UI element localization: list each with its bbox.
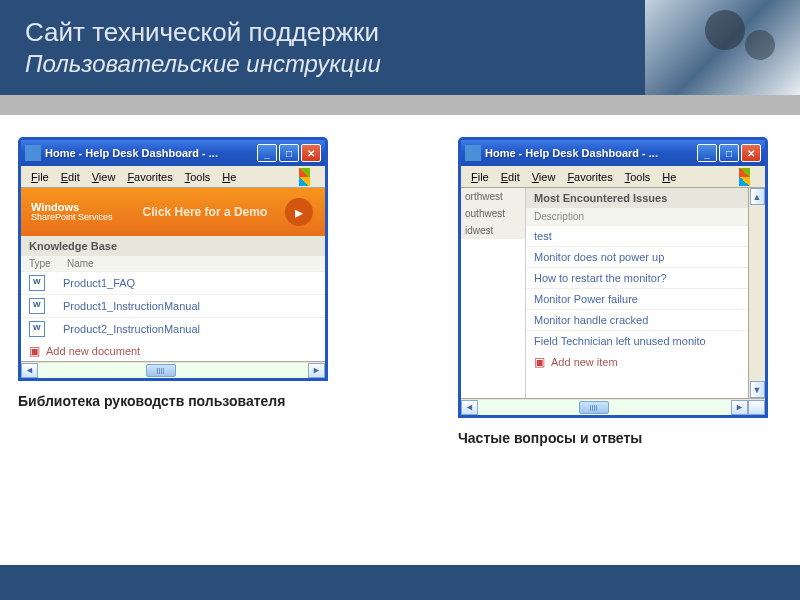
doc-name: Product1_InstructionManual	[63, 300, 200, 312]
menu-favorites[interactable]: Favorites	[121, 169, 178, 185]
scroll-right-button[interactable]: ►	[308, 363, 325, 378]
column-headers: Type Name	[21, 256, 325, 271]
menu-view[interactable]: View	[526, 169, 562, 185]
kb-panel-title: Knowledge Base	[21, 236, 325, 256]
slide-subtitle: Пользовательские инструкции	[25, 50, 381, 78]
region-item[interactable]: orthwest	[461, 188, 525, 205]
issue-item[interactable]: Monitor does not power up	[526, 246, 748, 267]
window-title: Home - Help Desk Dashboard - ...	[45, 147, 257, 159]
word-doc-icon	[29, 298, 45, 314]
scroll-left-button[interactable]: ◄	[461, 400, 478, 415]
window-title: Home - Help Desk Dashboard - ...	[485, 147, 697, 159]
menu-file[interactable]: File	[25, 169, 55, 185]
app-icon	[465, 145, 481, 161]
menubar: File Edit View Favorites Tools He	[461, 166, 765, 188]
maximize-button[interactable]: □	[279, 144, 299, 162]
horizontal-scrollbar[interactable]: ◄ ►	[21, 361, 325, 378]
menu-help[interactable]: He	[656, 169, 682, 185]
issue-item[interactable]: test	[526, 225, 748, 246]
titlebar[interactable]: Home - Help Desk Dashboard - ... _ □ ✕	[21, 140, 325, 166]
list-item[interactable]: Product1_FAQ	[21, 271, 325, 294]
slide-header: Сайт технической поддержки Пользовательс…	[0, 0, 800, 95]
document-list: Product1_FAQ Product1_InstructionManual …	[21, 271, 325, 340]
menu-edit[interactable]: Edit	[495, 169, 526, 185]
app-icon	[25, 145, 41, 161]
screenshot-window-2: Home - Help Desk Dashboard - ... _ □ ✕ F…	[458, 137, 768, 446]
caption-2: Частые вопросы и ответы	[458, 430, 768, 446]
issue-item[interactable]: How to restart the monitor?	[526, 267, 748, 288]
add-item-link[interactable]: ▣ Add new item	[526, 351, 748, 373]
col-name[interactable]: Name	[67, 258, 317, 269]
word-doc-icon	[29, 275, 45, 291]
issue-item[interactable]: Monitor Power failure	[526, 288, 748, 309]
menu-tools[interactable]: Tools	[179, 169, 217, 185]
add-document-link[interactable]: ▣ Add new document	[21, 340, 325, 361]
add-icon: ▣	[29, 344, 40, 358]
sharepoint-logo: Windows SharePoint Services	[31, 202, 113, 222]
slide-title: Сайт технической поддержки	[25, 17, 381, 48]
add-icon: ▣	[534, 355, 545, 369]
list-item[interactable]: Product2_InstructionManual	[21, 317, 325, 340]
issue-item[interactable]: Monitor handle cracked	[526, 309, 748, 330]
menu-view[interactable]: View	[86, 169, 122, 185]
demo-banner[interactable]: Windows SharePoint Services Click Here f…	[21, 188, 325, 236]
screenshot-window-1: Home - Help Desk Dashboard - ... _ □ ✕ F…	[18, 137, 328, 446]
play-icon: ▸	[285, 198, 313, 226]
scroll-right-button[interactable]: ►	[731, 400, 748, 415]
horizontal-scrollbar[interactable]: ◄ ►	[461, 398, 765, 415]
scroll-thumb[interactable]	[146, 364, 176, 377]
maximize-button[interactable]: □	[719, 144, 739, 162]
scroll-track[interactable]	[38, 363, 308, 378]
titlebar[interactable]: Home - Help Desk Dashboard - ... _ □ ✕	[461, 140, 765, 166]
add-label: Add new document	[46, 345, 140, 357]
windows-logo-icon	[739, 168, 761, 186]
description-header[interactable]: Description	[526, 208, 748, 225]
col-type[interactable]: Type	[29, 258, 67, 269]
region-item[interactable]: idwest	[461, 222, 525, 239]
vertical-scrollbar[interactable]: ▲ ▼	[748, 188, 765, 398]
scrollbar-corner	[748, 400, 765, 415]
menubar: File Edit View Favorites Tools He	[21, 166, 325, 188]
minimize-button[interactable]: _	[257, 144, 277, 162]
close-button[interactable]: ✕	[301, 144, 321, 162]
menu-favorites[interactable]: Favorites	[561, 169, 618, 185]
close-button[interactable]: ✕	[741, 144, 761, 162]
divider-bar	[0, 95, 800, 115]
doc-name: Product1_FAQ	[63, 277, 135, 289]
menu-help[interactable]: He	[216, 169, 242, 185]
menu-edit[interactable]: Edit	[55, 169, 86, 185]
caption-1: Библиотека руководств пользователя	[18, 393, 328, 409]
scroll-thumb[interactable]	[579, 401, 609, 414]
minimize-button[interactable]: _	[697, 144, 717, 162]
issues-panel-title: Most Encountered Issues	[526, 188, 748, 208]
windows-logo-icon	[299, 168, 321, 186]
doc-name: Product2_InstructionManual	[63, 323, 200, 335]
menu-tools[interactable]: Tools	[619, 169, 657, 185]
scroll-left-button[interactable]: ◄	[21, 363, 38, 378]
issue-item[interactable]: Field Technician left unused monito	[526, 330, 748, 351]
header-decorative-image	[645, 0, 800, 95]
word-doc-icon	[29, 321, 45, 337]
add-label: Add new item	[551, 356, 618, 368]
scroll-up-button[interactable]: ▲	[750, 188, 765, 205]
banner-text: Click Here for a Demo	[143, 205, 268, 219]
scroll-down-button[interactable]: ▼	[750, 381, 765, 398]
menu-file[interactable]: File	[465, 169, 495, 185]
region-sidebar-fragment: orthwest outhwest idwest	[461, 188, 525, 239]
scroll-track[interactable]	[478, 400, 731, 415]
region-item[interactable]: outhwest	[461, 205, 525, 222]
footer-bar	[0, 565, 800, 600]
list-item[interactable]: Product1_InstructionManual	[21, 294, 325, 317]
